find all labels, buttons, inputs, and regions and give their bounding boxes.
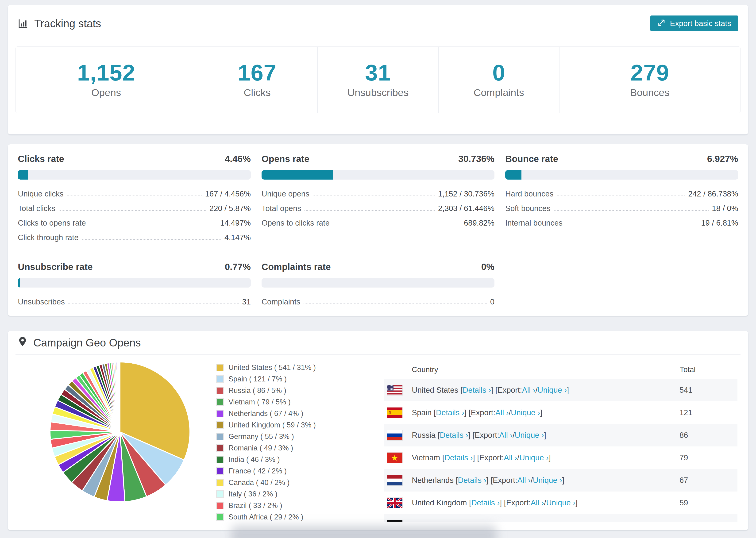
stat-row-label: Total opens [261,204,301,213]
legend-item: Russia ( 86 / 5% ) [216,386,316,395]
legend-item: Canada ( 40 / 2% ) [216,478,316,487]
legend-swatch [216,398,224,406]
export-unique-link[interactable]: Unique › [533,476,562,485]
geo-opens-title-text: Campaign Geo Opens [33,336,141,349]
details-link[interactable]: Details › [458,476,486,485]
country-cell: United States [Details ›] [Export: All ›… [384,379,679,402]
legend-swatch [216,433,224,440]
export-all-link[interactable]: All › [517,476,531,485]
unsubscribe-rate-block: Unsubscribe rate0.77%Unsubscribes31 [18,261,251,309]
export-icon [657,18,666,28]
clicks-rate-bar-fill [18,170,28,180]
country-name: Spain [412,408,434,417]
opens-rate-bar-fill [261,170,333,180]
export-all-link[interactable]: All › [507,521,521,522]
legend-item: Italy ( 36 / 2% ) [216,490,316,498]
country-cell: Russia [Details ›] [Export: All › / Uniq… [384,424,679,447]
export-all-link[interactable]: All › [499,431,513,440]
clicks-stat-row: Unique clicks167 / 4.456% [18,187,251,201]
export-unique-link[interactable]: Unique › [511,408,540,417]
opens-rate-header: Opens rate30.736% [261,153,495,165]
export-all-link[interactable]: All › [495,408,509,417]
bounce-rate-title: Bounce rate [505,153,558,165]
export-basic-stats-button[interactable]: Export basic stats [650,16,738,31]
details-link[interactable]: Details › [440,431,468,440]
export-all-link[interactable]: All › [531,498,544,507]
opens-rate-value: 30.736% [458,153,495,165]
bracket-text: ] [Export: [491,386,522,395]
map-pin-icon [18,336,27,349]
complaints-rate-title: Complaints rate [261,261,331,273]
bracket-text: ] [562,476,564,485]
geo-opens-content: United States ( 541 / 31% )Spain ( 121 /… [16,355,740,530]
bounce-stat-row: Internal bounces19 / 6.81% [505,216,738,230]
export-unique-link[interactable]: Unique › [538,386,567,395]
export-unique-link[interactable]: Unique › [519,453,549,462]
complaints-rate-bar [261,278,495,288]
opens-rate-bar [261,170,495,180]
bracket-text: ] [540,408,542,417]
export-button-label: Export basic stats [670,19,731,28]
bounce-rate-header: Bounce rate6.927% [505,153,738,165]
country-cell: Spain [Details ›] [Export: All › / Uniqu… [384,402,679,424]
legend-label: France ( 42 / 2% ) [229,467,287,475]
country-name: Vietnam [412,453,442,462]
unsubscribe-rate-header: Unsubscribe rate0.77% [18,261,251,273]
complaints-rate-value: 0% [481,261,495,273]
bracket-text: ] [Export: [486,476,517,485]
country-cell: Netherlands [Details ›] [Export: All › /… [384,469,679,492]
opens-stat-row: Unique opens1,152 / 30.736% [261,187,495,201]
separator-text: / [535,386,537,395]
details-link[interactable]: Details › [462,386,491,395]
geo-table-row-ru: Russia [Details ›] [Export: All › / Uniq… [384,424,737,447]
legend-item: Romania ( 49 / 3% ) [216,444,316,452]
pie-legend: United States ( 541 / 31% )Spain ( 121 /… [216,363,316,524]
export-unique-link[interactable]: Unique › [523,521,552,522]
details-link[interactable]: Details › [436,408,464,417]
bounce-rate-value: 6.927% [707,153,738,165]
legend-swatch [216,502,224,510]
legend-label: Spain ( 121 / 7% ) [229,375,287,383]
export-unique-link[interactable]: Unique › [514,431,544,440]
legend-swatch [216,387,224,394]
legend-item: South Africa ( 29 / 2% ) [216,513,316,521]
dotted-leader [303,303,487,304]
complaints-stat-row: Complaints0 [261,295,495,309]
separator-text: / [544,498,546,507]
details-link[interactable]: Details › [471,498,500,507]
total-value: 79 [679,447,737,469]
opens-stat-row: Opens to clicks rate689.82% [261,216,495,230]
bracket-text: ] [549,453,551,462]
bracket-text: ] [552,521,554,522]
export-all-link[interactable]: All › [522,386,536,395]
us-flag-icon [387,385,403,395]
country-name: Netherlands [412,476,456,485]
bounce-stat-row: Hard bounces242 / 86.738% [505,187,738,201]
stat-value: 1,152 [77,61,135,84]
unsubscribe-rate-value: 0.77% [225,261,251,273]
details-link[interactable]: Details › [445,453,473,462]
es-flag-icon [387,407,403,418]
legend-item: India ( 46 / 3% ) [216,456,316,464]
legend-label: Germany ( 55 / 3% ) [229,432,294,441]
bracket-text: [ [438,431,440,440]
legend-swatch [216,410,224,417]
export-unique-link[interactable]: Unique › [546,498,575,507]
stat-boxes: 1,152Opens167Clicks31Unsubscribes0Compla… [16,46,740,113]
stat-value: 0 [492,61,505,84]
tracking-stats-title-text: Tracking stats [34,17,101,30]
geo-table-container: Country Total United States [Details ›] … [384,360,737,522]
separator-text: / [521,521,523,522]
stat-box-clicks: 167Clicks [197,47,318,113]
export-all-link[interactable]: All › [504,453,517,462]
bar-chart-icon [18,18,28,28]
dotted-leader [304,210,435,211]
stat-row-label: Clicks to opens rate [18,219,86,228]
clicks-rate-title: Clicks rate [18,153,64,165]
rates-grid: Clicks rate4.46%Unique clicks167 / 4.456… [16,153,740,309]
details-link[interactable]: Details › [448,521,476,522]
clicks-stat-row: Click through rate4.147% [18,230,251,245]
stat-value: 31 [365,61,391,84]
geo-table-row-es: Spain [Details ›] [Export: All › / Uniqu… [384,402,737,424]
stat-row-label: Internal bounces [505,219,563,228]
